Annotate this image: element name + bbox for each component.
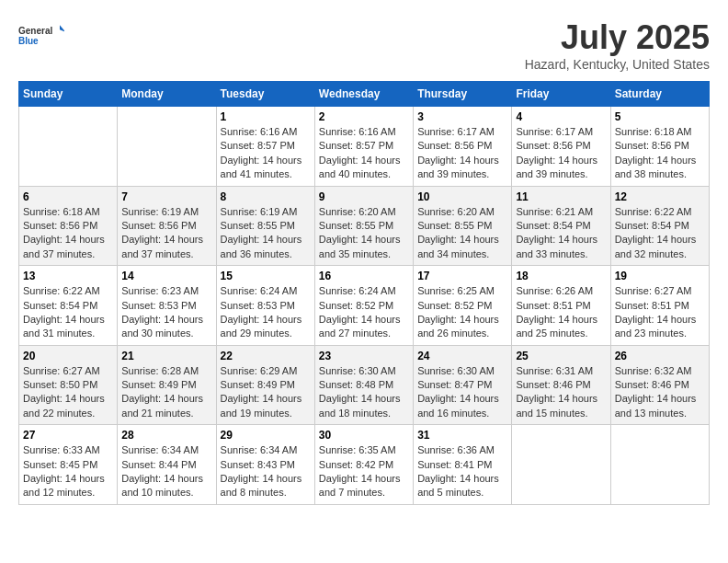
- day-number: 26: [615, 350, 705, 362]
- day-info: Sunrise: 6:27 AM Sunset: 8:50 PM Dayligh…: [23, 364, 113, 421]
- table-row: 23Sunrise: 6:30 AM Sunset: 8:48 PM Dayli…: [314, 345, 413, 425]
- day-number: 24: [417, 350, 507, 362]
- calendar-week-5: 27Sunrise: 6:33 AM Sunset: 8:45 PM Dayli…: [19, 425, 710, 505]
- day-number: 20: [23, 350, 113, 362]
- day-number: 19: [615, 270, 705, 282]
- table-row: 29Sunrise: 6:34 AM Sunset: 8:43 PM Dayli…: [216, 425, 314, 505]
- header-friday: Friday: [512, 82, 610, 107]
- day-info: Sunrise: 6:26 AM Sunset: 8:51 PM Dayligh…: [516, 284, 606, 341]
- day-info: Sunrise: 6:34 AM Sunset: 8:43 PM Dayligh…: [221, 443, 311, 500]
- day-info: Sunrise: 6:17 AM Sunset: 8:56 PM Dayligh…: [516, 125, 606, 182]
- day-info: Sunrise: 6:28 AM Sunset: 8:49 PM Dayligh…: [121, 364, 211, 421]
- table-row: 13Sunrise: 6:22 AM Sunset: 8:54 PM Dayli…: [19, 266, 118, 346]
- day-number: 8: [221, 190, 311, 203]
- day-info: Sunrise: 6:16 AM Sunset: 8:57 PM Dayligh…: [319, 125, 409, 182]
- weekday-header-row: SundayMondayTuesdayWednesdayThursdayFrid…: [19, 82, 710, 107]
- day-info: Sunrise: 6:36 AM Sunset: 8:41 PM Dayligh…: [417, 443, 507, 500]
- table-row: 2Sunrise: 6:16 AM Sunset: 8:57 PM Daylig…: [314, 107, 413, 187]
- day-info: Sunrise: 6:32 AM Sunset: 8:46 PM Dayligh…: [615, 364, 705, 421]
- svg-text:General: General: [18, 26, 52, 36]
- calendar-week-3: 13Sunrise: 6:22 AM Sunset: 8:54 PM Dayli…: [19, 266, 710, 346]
- location: Hazard, Kentucky, United States: [525, 57, 710, 72]
- table-row: [118, 107, 216, 187]
- day-info: Sunrise: 6:19 AM Sunset: 8:56 PM Dayligh…: [121, 205, 211, 262]
- table-row: 22Sunrise: 6:29 AM Sunset: 8:49 PM Dayli…: [216, 345, 314, 425]
- logo-svg: General Blue: [18, 18, 64, 55]
- day-info: Sunrise: 6:29 AM Sunset: 8:49 PM Dayligh…: [221, 364, 311, 421]
- day-info: Sunrise: 6:31 AM Sunset: 8:46 PM Dayligh…: [516, 364, 606, 421]
- day-info: Sunrise: 6:18 AM Sunset: 8:56 PM Dayligh…: [23, 205, 113, 262]
- table-row: 28Sunrise: 6:34 AM Sunset: 8:44 PM Dayli…: [118, 425, 216, 505]
- table-row: [19, 107, 118, 187]
- day-info: Sunrise: 6:24 AM Sunset: 8:52 PM Dayligh…: [319, 284, 409, 341]
- day-number: 13: [23, 270, 113, 282]
- day-number: 6: [23, 190, 113, 203]
- header-sunday: Sunday: [19, 82, 118, 107]
- table-row: 14Sunrise: 6:23 AM Sunset: 8:53 PM Dayli…: [118, 266, 216, 346]
- day-info: Sunrise: 6:21 AM Sunset: 8:54 PM Dayligh…: [516, 205, 606, 262]
- title-block: July 2025 Hazard, Kentucky, United State…: [525, 18, 710, 72]
- day-info: Sunrise: 6:35 AM Sunset: 8:42 PM Dayligh…: [319, 443, 409, 500]
- table-row: 7Sunrise: 6:19 AM Sunset: 8:56 PM Daylig…: [118, 186, 216, 266]
- header-saturday: Saturday: [610, 82, 709, 107]
- day-number: 14: [121, 270, 211, 282]
- page-header: General Blue July 2025 Hazard, Kentucky,…: [18, 18, 710, 72]
- table-row: 21Sunrise: 6:28 AM Sunset: 8:49 PM Dayli…: [118, 345, 216, 425]
- table-row: 9Sunrise: 6:20 AM Sunset: 8:55 PM Daylig…: [314, 186, 413, 266]
- table-row: 5Sunrise: 6:18 AM Sunset: 8:56 PM Daylig…: [610, 107, 709, 187]
- logo: General Blue: [18, 18, 64, 55]
- day-number: 4: [516, 110, 606, 123]
- table-row: 17Sunrise: 6:25 AM Sunset: 8:52 PM Dayli…: [414, 266, 512, 346]
- table-row: 3Sunrise: 6:17 AM Sunset: 8:56 PM Daylig…: [414, 107, 512, 187]
- table-row: 19Sunrise: 6:27 AM Sunset: 8:51 PM Dayli…: [610, 266, 709, 346]
- day-info: Sunrise: 6:22 AM Sunset: 8:54 PM Dayligh…: [615, 205, 705, 262]
- day-number: 15: [221, 270, 311, 282]
- day-info: Sunrise: 6:23 AM Sunset: 8:53 PM Dayligh…: [121, 284, 211, 341]
- day-number: 27: [23, 429, 113, 442]
- day-number: 16: [319, 270, 409, 282]
- day-number: 3: [417, 110, 507, 123]
- day-number: 31: [417, 429, 507, 442]
- table-row: [610, 425, 709, 505]
- day-info: Sunrise: 6:20 AM Sunset: 8:55 PM Dayligh…: [417, 205, 507, 262]
- day-number: 17: [417, 270, 507, 282]
- header-wednesday: Wednesday: [314, 82, 413, 107]
- day-number: 28: [121, 429, 211, 442]
- header-tuesday: Tuesday: [216, 82, 314, 107]
- calendar-week-2: 6Sunrise: 6:18 AM Sunset: 8:56 PM Daylig…: [19, 186, 710, 266]
- table-row: 15Sunrise: 6:24 AM Sunset: 8:53 PM Dayli…: [216, 266, 314, 346]
- day-info: Sunrise: 6:27 AM Sunset: 8:51 PM Dayligh…: [615, 284, 705, 341]
- table-row: 26Sunrise: 6:32 AM Sunset: 8:46 PM Dayli…: [610, 345, 709, 425]
- day-number: 11: [516, 190, 606, 203]
- table-row: 16Sunrise: 6:24 AM Sunset: 8:52 PM Dayli…: [314, 266, 413, 346]
- table-row: 4Sunrise: 6:17 AM Sunset: 8:56 PM Daylig…: [512, 107, 610, 187]
- table-row: 25Sunrise: 6:31 AM Sunset: 8:46 PM Dayli…: [512, 345, 610, 425]
- table-row: 27Sunrise: 6:33 AM Sunset: 8:45 PM Dayli…: [19, 425, 118, 505]
- day-number: 7: [121, 190, 211, 203]
- day-number: 18: [516, 270, 606, 282]
- table-row: 11Sunrise: 6:21 AM Sunset: 8:54 PM Dayli…: [512, 186, 610, 266]
- table-row: 18Sunrise: 6:26 AM Sunset: 8:51 PM Dayli…: [512, 266, 610, 346]
- day-number: 10: [417, 190, 507, 203]
- day-info: Sunrise: 6:18 AM Sunset: 8:56 PM Dayligh…: [615, 125, 705, 182]
- day-number: 9: [319, 190, 409, 203]
- day-info: Sunrise: 6:17 AM Sunset: 8:56 PM Dayligh…: [417, 125, 507, 182]
- day-info: Sunrise: 6:16 AM Sunset: 8:57 PM Dayligh…: [221, 125, 311, 182]
- table-row: 30Sunrise: 6:35 AM Sunset: 8:42 PM Dayli…: [314, 425, 413, 505]
- day-number: 12: [615, 190, 705, 203]
- day-info: Sunrise: 6:33 AM Sunset: 8:45 PM Dayligh…: [23, 443, 113, 500]
- day-info: Sunrise: 6:30 AM Sunset: 8:48 PM Dayligh…: [319, 364, 409, 421]
- calendar-week-4: 20Sunrise: 6:27 AM Sunset: 8:50 PM Dayli…: [19, 345, 710, 425]
- table-row: 24Sunrise: 6:30 AM Sunset: 8:47 PM Dayli…: [414, 345, 512, 425]
- table-row: 12Sunrise: 6:22 AM Sunset: 8:54 PM Dayli…: [610, 186, 709, 266]
- day-info: Sunrise: 6:19 AM Sunset: 8:55 PM Dayligh…: [221, 205, 311, 262]
- svg-marker-2: [60, 25, 64, 32]
- day-number: 22: [221, 350, 311, 362]
- table-row: 8Sunrise: 6:19 AM Sunset: 8:55 PM Daylig…: [216, 186, 314, 266]
- calendar-table: SundayMondayTuesdayWednesdayThursdayFrid…: [18, 81, 710, 505]
- day-number: 30: [319, 429, 409, 442]
- day-info: Sunrise: 6:24 AM Sunset: 8:53 PM Dayligh…: [221, 284, 311, 341]
- day-number: 29: [221, 429, 311, 442]
- day-info: Sunrise: 6:20 AM Sunset: 8:55 PM Dayligh…: [319, 205, 409, 262]
- calendar-week-1: 1Sunrise: 6:16 AM Sunset: 8:57 PM Daylig…: [19, 107, 710, 187]
